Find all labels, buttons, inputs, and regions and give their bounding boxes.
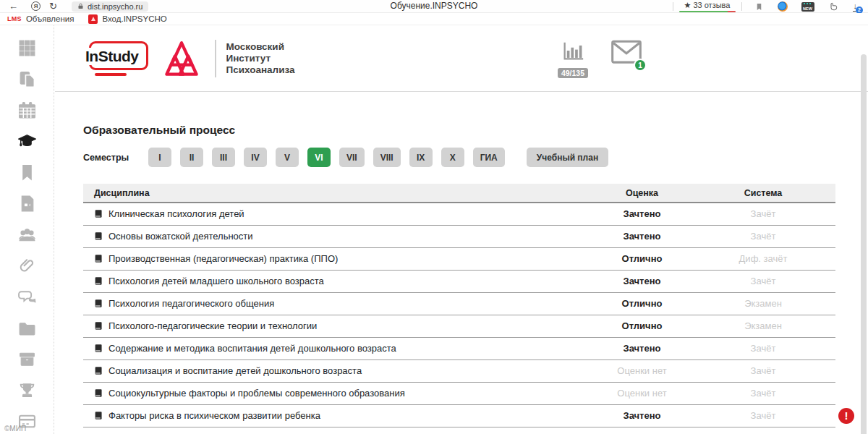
grade-cell: Отлично — [593, 315, 691, 337]
table-row: Производственная (педагогическая) практи… — [83, 247, 835, 270]
refresh-icon[interactable]: ↻ — [49, 1, 57, 11]
system-cell: Экзамен — [691, 292, 835, 315]
system-cell: Зачёт! — [691, 404, 835, 427]
sidebar-item-trophy[interactable] — [18, 381, 36, 399]
sidebar-nav — [0, 25, 54, 434]
address-bar[interactable]: dist.inpsycho.ru — [72, 1, 148, 12]
system-cell: Зачёт — [691, 270, 835, 292]
sidebar-item-apps-grid[interactable] — [18, 39, 36, 57]
institute-line: Институт — [226, 53, 295, 64]
book-icon — [94, 209, 103, 218]
hand-card-icon[interactable] — [828, 1, 839, 12]
book-icon — [94, 231, 103, 241]
semester-button-VII[interactable]: VII — [339, 148, 365, 167]
users-icon — [18, 226, 36, 244]
column-header: Оценка — [593, 184, 691, 203]
sidebar-item-calendar[interactable] — [18, 101, 36, 119]
divider — [673, 2, 673, 11]
sidebar-item-folder[interactable] — [18, 319, 36, 337]
instudy-monitor-stand — [95, 73, 127, 76]
page-title: Образовательный процесс — [83, 124, 868, 137]
bookmark-label: Вход.INPSYCHO — [102, 14, 166, 23]
sidebar-item-archive[interactable] — [18, 350, 36, 368]
sidebar-item-paperclip[interactable] — [18, 257, 36, 275]
discipline-link[interactable]: Клиническая психология детей — [109, 208, 244, 219]
institute-line: Психоанализа — [226, 64, 295, 76]
progress-badge: 49/135 — [558, 68, 588, 78]
discipline-link[interactable]: Основы вожатской деятельности — [109, 231, 253, 242]
table-row: Содержание и методика воспитания детей д… — [83, 337, 835, 359]
extension-icon[interactable] — [778, 1, 788, 12]
sidebar-item-pages[interactable] — [18, 70, 36, 88]
downloads-icon[interactable]: ↓ 2 — [853, 2, 859, 12]
semester-button-II[interactable]: II — [180, 148, 203, 167]
sidebar-item-bookmark[interactable] — [18, 163, 36, 182]
instudy-logo[interactable]: InStudy — [83, 38, 150, 79]
bookmark-login[interactable]: Вход.INPSYCHO — [88, 14, 166, 24]
discipline-link[interactable]: Социализация и воспитание детей дошкольн… — [109, 365, 362, 376]
mip-triangle-logo-icon[interactable] — [163, 39, 200, 78]
book-icon — [94, 321, 103, 331]
trophy-icon — [18, 381, 36, 399]
mail-badge: 1 — [634, 59, 647, 72]
scrollbar-thumb[interactable] — [861, 54, 867, 434]
system-cell: Экзамен — [691, 315, 835, 337]
mail-widget[interactable]: 1 — [610, 40, 644, 67]
semester-button-VIII[interactable]: VIII — [373, 148, 401, 167]
semesters-label: Семестры — [83, 153, 121, 163]
book-icon — [94, 388, 103, 398]
sidebar-item-video-file[interactable] — [18, 195, 36, 213]
book-icon — [94, 299, 103, 308]
discipline-link[interactable]: Производственная (педагогическая) практи… — [109, 253, 338, 264]
url-text: dist.inpsycho.ru — [88, 2, 142, 11]
column-header: Система — [691, 184, 835, 203]
table-row: Психология детей младшего школьного возр… — [83, 270, 835, 292]
semester-button-V[interactable]: V — [276, 148, 299, 167]
institute-line: Московский — [226, 41, 295, 53]
bookmarks-bar: LMS Объявления Вход.INPSYCHO — [0, 13, 868, 25]
semester-button-VI[interactable]: VI — [307, 148, 331, 167]
semester-button-IX[interactable]: IX — [409, 148, 433, 167]
reviews-widget[interactable]: ★ 33 отзыва — [679, 1, 736, 13]
alert-icon[interactable]: ! — [838, 408, 854, 424]
book-icon — [94, 344, 103, 353]
grade-cell: Оценки нет — [593, 359, 691, 382]
column-header: Дисциплина — [83, 184, 593, 203]
system-cell: Диф. зачёт — [691, 247, 835, 270]
institute-name[interactable]: Московский Институт Психоанализа — [226, 41, 295, 76]
progress-widget[interactable]: 49/135 — [557, 38, 589, 79]
discipline-link[interactable]: Факторы риска в психическом развитии реб… — [109, 410, 320, 421]
table-row: Психология педагогического общенияОтличн… — [83, 292, 835, 315]
back-icon[interactable]: ← — [9, 1, 18, 11]
semester-button-X[interactable]: X — [441, 148, 464, 167]
tab-title: Обучение.INPSYCHO — [391, 1, 478, 11]
main-content: InStudy Московский Институт Психоанализа — [55, 25, 868, 434]
sidebar-item-users[interactable] — [18, 226, 36, 244]
disciplines-table: ДисциплинаОценкаСистема Клиническая псих… — [83, 184, 835, 427]
semester-button-III[interactable]: III — [212, 148, 235, 167]
semester-button-I[interactable]: I — [148, 148, 171, 167]
bookmark-flag-icon[interactable] — [755, 2, 763, 12]
discipline-link[interactable]: Психология педагогического общения — [109, 298, 274, 309]
semester-button-ГИА[interactable]: ГИА — [473, 148, 505, 167]
book-icon — [94, 254, 103, 263]
table-row: Социализация и воспитание детей дошкольн… — [83, 359, 835, 382]
sidebar-item-chat[interactable] — [18, 288, 36, 306]
sidebar-item-graduation-cap[interactable] — [18, 132, 36, 150]
new-extension-icon[interactable]: NEW — [801, 2, 814, 12]
semester-button-IV[interactable]: IV — [244, 148, 267, 167]
lms-logo-icon: LMS — [7, 15, 22, 22]
study-plan-button[interactable]: Учебный план — [527, 148, 608, 167]
divider — [741, 2, 742, 11]
yandex-icon[interactable]: Я — [31, 1, 41, 11]
archive-icon — [18, 350, 36, 368]
discipline-link[interactable]: Психология детей младшего школьного возр… — [109, 276, 324, 286]
discipline-link[interactable]: Содержание и методика воспитания детей д… — [109, 343, 396, 354]
discipline-link[interactable]: Психолого-педагогические теории и технол… — [109, 320, 317, 331]
discipline-link[interactable]: Социокультурные факторы и проблемы совре… — [109, 388, 405, 399]
system-cell: Зачёт — [691, 203, 835, 225]
reviews-label: ★ 33 отзыва — [684, 1, 731, 10]
bookmark-announcements[interactable]: LMS Объявления — [7, 14, 74, 23]
site-header: InStudy Московский Институт Психоанализа — [55, 25, 868, 92]
grade-cell: Зачтено — [593, 203, 691, 225]
